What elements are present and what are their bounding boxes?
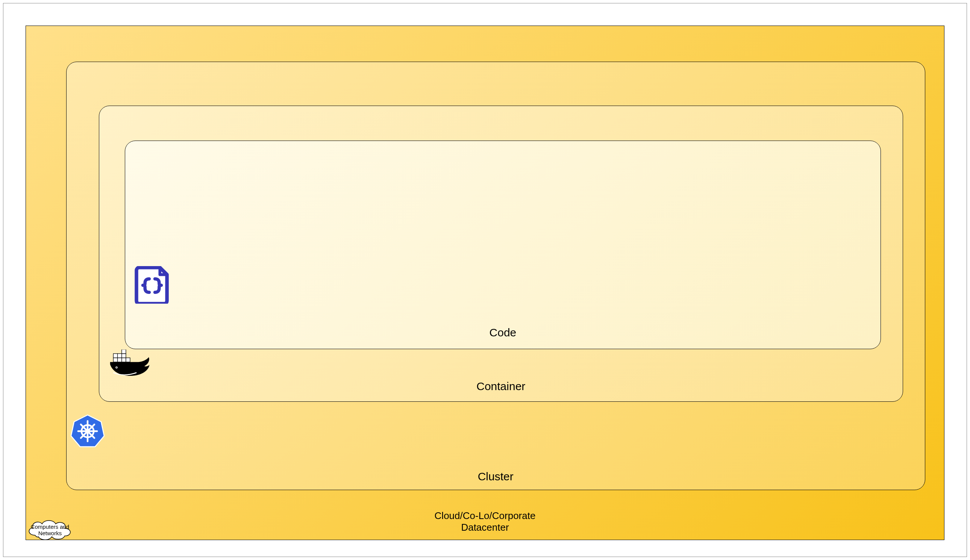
layer-code-label: Code bbox=[489, 326, 517, 339]
code-file-icon bbox=[134, 266, 170, 304]
svg-rect-5 bbox=[117, 354, 122, 358]
docker-whale-icon bbox=[107, 350, 153, 380]
svg-rect-1 bbox=[117, 358, 122, 362]
svg-rect-7 bbox=[122, 350, 125, 354]
svg-rect-3 bbox=[126, 358, 130, 362]
cloud-callout: Computers and Networks bbox=[25, 517, 74, 543]
svg-rect-4 bbox=[113, 354, 117, 358]
diagram-canvas: Cloud/Co-Lo/Corporate Datacenter Cluster… bbox=[3, 3, 967, 557]
kubernetes-icon bbox=[71, 413, 105, 448]
layer-code: Code bbox=[125, 140, 881, 349]
layer-datacenter-label: Cloud/Co-Lo/Corporate Datacenter bbox=[435, 510, 536, 533]
layer-cluster-label: Cluster bbox=[478, 470, 514, 483]
svg-rect-2 bbox=[122, 358, 125, 362]
layer-container-label: Container bbox=[476, 380, 525, 393]
cloud-callout-text: Computers and Networks bbox=[25, 517, 74, 543]
svg-rect-6 bbox=[122, 354, 125, 358]
svg-rect-0 bbox=[113, 358, 117, 362]
svg-point-9 bbox=[116, 367, 117, 368]
